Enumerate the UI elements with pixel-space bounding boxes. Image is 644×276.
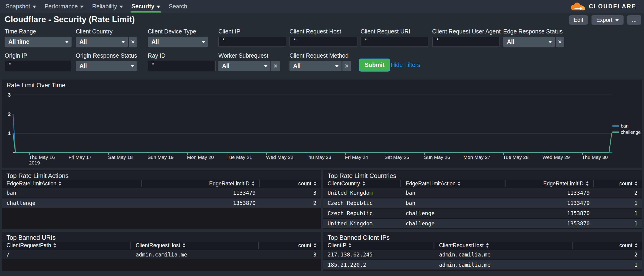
- column-header-count[interactable]: count: [260, 180, 321, 187]
- select-value: All: [507, 38, 514, 45]
- cloudflare-cloud-icon: [569, 2, 586, 11]
- select-value: All: [152, 38, 159, 45]
- nav-item-security[interactable]: Security: [130, 0, 162, 13]
- column-header-clientip[interactable]: ClientIP: [323, 242, 434, 249]
- nav-item-reliability[interactable]: Reliability: [91, 0, 124, 13]
- clear-filter-button[interactable]: ✕: [271, 61, 280, 71]
- table-cell: 1: [594, 198, 642, 208]
- sort-icon: [349, 243, 352, 248]
- origin-ip-input[interactable]: [5, 61, 72, 71]
- table-title: Top Banned Client IPs: [323, 232, 642, 242]
- table-cell: admin.camilia.me: [434, 260, 573, 270]
- worker-subrequest-select[interactable]: All: [218, 61, 270, 71]
- edit-button[interactable]: Edit: [569, 15, 588, 25]
- filter-label: Client Device Type: [148, 28, 208, 37]
- submit-button[interactable]: Submit: [360, 60, 390, 71]
- column-header-count[interactable]: count: [573, 242, 642, 249]
- chevron-down-icon: [615, 19, 619, 21]
- nav-item-search[interactable]: Search: [168, 0, 188, 13]
- chevron-down-icon: [80, 5, 84, 8]
- table-cell: 217.138.62.245: [323, 250, 434, 259]
- client-ip-input[interactable]: [218, 37, 286, 47]
- nav-item-performance[interactable]: Performance: [44, 0, 85, 13]
- table-panel-top-banned-client-ips: Top Banned Client IPsClientIPClientReque…: [323, 232, 642, 271]
- nav-item-snapshot[interactable]: Snapshot: [5, 0, 37, 13]
- chevron-down-icon: [202, 41, 205, 43]
- x-axis-tick-label: Sun May 19: [148, 154, 174, 160]
- clear-filter-button[interactable]: ✕: [129, 37, 137, 47]
- filter-label: Client Country: [76, 28, 137, 37]
- chevron-down-icon: [121, 41, 125, 43]
- filter-label: Client IP: [218, 28, 286, 37]
- table-cell: 1133479: [506, 198, 594, 208]
- column-header-clientrequesthost[interactable]: ClientRequestHost: [434, 242, 573, 249]
- table-row: Czech Republicchallenge13538701: [323, 208, 642, 218]
- filter-label: Origin Response Status: [76, 52, 137, 61]
- nav-item-label: Reliability: [92, 3, 117, 10]
- chevron-down-icon: [156, 5, 160, 8]
- select-value: All: [80, 63, 87, 69]
- filter-label: Origin IP: [5, 52, 72, 61]
- column-header-clientrequestpath[interactable]: ClientRequestPath: [2, 242, 131, 249]
- table-row: United Kingdomban11334792: [323, 187, 642, 198]
- column-header-clientcountry[interactable]: ClientCountry: [323, 180, 401, 187]
- item-button[interactable]: ...: [627, 15, 641, 25]
- filter-label: Time Range: [5, 28, 72, 37]
- table-cell: Czech Republic: [323, 198, 401, 208]
- table-row: United Kingdomchallenge13538701: [323, 218, 642, 228]
- select-value: All: [222, 63, 230, 69]
- column-header-label: count: [298, 242, 311, 248]
- button-label: ...: [632, 17, 636, 23]
- table-cell: United Kingdom: [323, 188, 401, 198]
- clear-filter-button[interactable]: ✕: [342, 61, 351, 71]
- legend-label: ban: [621, 123, 628, 128]
- client-request-user-agent-input[interactable]: [432, 37, 500, 47]
- table-cell: 1: [573, 260, 642, 270]
- column-header-edgeratelimitaction[interactable]: EdgeRateLimitAction: [2, 180, 142, 187]
- y-axis-tick-label: 2: [8, 111, 11, 117]
- ray-id-input[interactable]: [148, 61, 216, 71]
- clear-filter-button[interactable]: ✕: [556, 37, 564, 47]
- column-header-edgeratelimitid[interactable]: EdgeRateLimitID: [142, 180, 260, 187]
- cloudflare-logo-mark: ': [639, 4, 639, 8]
- column-header-label: ClientRequestHost: [136, 242, 180, 248]
- filter-origin-ip: Origin IP: [5, 52, 72, 71]
- chevron-down-icon: [130, 65, 134, 67]
- column-header-count[interactable]: count: [259, 242, 321, 249]
- x-axis-tick-label: Wed May 22: [266, 154, 294, 160]
- y-axis-tick-label: 3: [8, 92, 11, 98]
- export-button[interactable]: Export: [592, 15, 624, 25]
- client-request-method-select[interactable]: All: [290, 61, 342, 71]
- filter-client-request-method: Client Request MethodAll✕: [290, 52, 351, 71]
- filter-edge-response-status: Edge Response StatusAll✕: [503, 28, 564, 47]
- client-request-host-input[interactable]: [290, 37, 357, 47]
- chevron-down-icon: [65, 41, 69, 43]
- x-axis-tick-label: Tue May 28: [503, 154, 528, 160]
- nav-item-label: Snapshot: [6, 3, 30, 10]
- origin-response-status-select[interactable]: All: [76, 61, 137, 71]
- hide-filters-link[interactable]: Hide Filters: [391, 62, 420, 68]
- time-range-select[interactable]: All time: [5, 37, 72, 47]
- x-axis-tick-label: Thu May 16: [29, 154, 55, 160]
- table-cell: admin.camilia.me: [131, 250, 259, 259]
- x-axis-tick-label: Sun May 26: [424, 154, 450, 160]
- series-line-challenge: [13, 133, 612, 152]
- x-axis-tick-label: Sat May 18: [108, 154, 133, 160]
- sort-icon: [54, 243, 56, 248]
- column-header-edgeratelimitid[interactable]: EdgeRateLimitID: [506, 180, 594, 187]
- column-header-edgeratelimitaction[interactable]: EdgeRateLimitAction: [401, 180, 506, 187]
- column-header-count[interactable]: count: [594, 180, 642, 187]
- column-header-clientrequesthost[interactable]: ClientRequestHost: [131, 242, 259, 249]
- filter-client-country: Client CountryAll✕: [76, 28, 137, 47]
- client-request-uri-input[interactable]: [360, 37, 428, 47]
- edge-response-status-select[interactable]: All: [503, 37, 555, 47]
- client-country-select[interactable]: All: [76, 37, 128, 47]
- table-cell: ban: [401, 198, 506, 208]
- chevron-down-icon: [120, 5, 123, 8]
- filter-client-ip: Client IP: [218, 28, 286, 47]
- filter-time-range: Time RangeAll time: [5, 28, 72, 47]
- table-cell: 1133479: [506, 188, 594, 198]
- filter-label: Edge Response Status: [503, 28, 564, 37]
- client-device-type-select[interactable]: All: [148, 37, 208, 47]
- table-cell: ban: [401, 188, 506, 198]
